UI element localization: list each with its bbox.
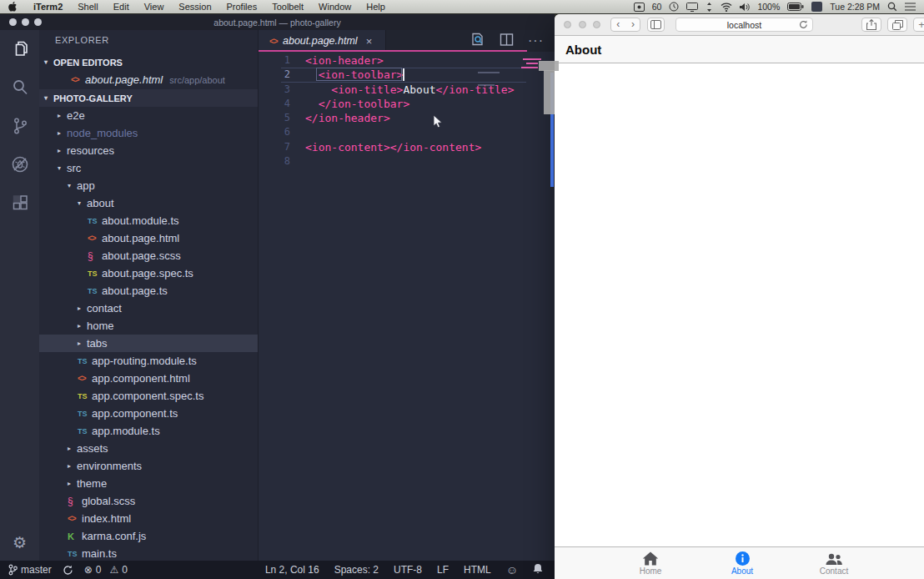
address-bar[interactable]: localhost: [675, 18, 814, 32]
minimap[interactable]: [501, 58, 548, 192]
open-editors-header[interactable]: ▾ OPEN EDITORS: [39, 53, 258, 71]
refresh-icon[interactable]: [799, 20, 808, 31]
desktop: iTerm2ShellEditViewSessionProfilesToolbe…: [0, 0, 924, 579]
tree-item-resources[interactable]: ▸resources: [39, 142, 258, 159]
tree-item-theme[interactable]: ▸theme: [39, 475, 258, 492]
menu-item-session[interactable]: Session: [171, 2, 218, 12]
menu-item-view[interactable]: View: [137, 2, 172, 12]
status-item-utf-8[interactable]: UTF-8: [394, 564, 422, 576]
tree-item-app.module.ts[interactable]: TSapp.module.ts: [39, 422, 258, 440]
debug-icon[interactable]: [0, 145, 39, 184]
status-item-spaces-2[interactable]: Spaces: 2: [334, 564, 379, 576]
tree-item-main.ts[interactable]: TSmain.ts: [39, 545, 258, 561]
tree-item-karma.conf.js[interactable]: Kkarma.conf.js: [39, 527, 258, 545]
menu-item-profiles[interactable]: Profiles: [219, 2, 265, 12]
tree-item-about[interactable]: ▾about: [39, 194, 258, 212]
zoom-window-button[interactable]: [593, 21, 600, 28]
close-window-button[interactable]: [564, 21, 571, 28]
tree-item-app-routing.module.ts[interactable]: TSapp-routing.module.ts: [39, 352, 258, 370]
clock-icon[interactable]: [669, 2, 679, 12]
notifications-bell-icon[interactable]: [533, 563, 543, 576]
split-editor-icon[interactable]: [500, 33, 514, 50]
project-section-header[interactable]: ▾ PHOTO-GALLERY: [39, 89, 258, 107]
apple-menu-icon[interactable]: [8, 2, 18, 12]
git-branch-indicator[interactable]: master: [8, 564, 52, 576]
browser-toolbar: ‹› localhost +: [555, 14, 924, 36]
screen-capture-icon[interactable]: [634, 3, 645, 12]
settings-gear-icon[interactable]: ⚙: [0, 533, 39, 552]
extensions-icon[interactable]: [0, 184, 39, 222]
tree-item-src[interactable]: ▾src: [39, 159, 258, 177]
tree-item-index.html[interactable]: <>index.html: [39, 510, 258, 527]
source-control-icon[interactable]: [0, 107, 39, 145]
code-text: </ion-header>: [305, 111, 390, 125]
updown-icon[interactable]: [706, 3, 713, 12]
chevron-right-icon: ▸: [68, 462, 77, 470]
tree-item-app.component.html[interactable]: <>app.component.html: [39, 370, 258, 387]
tree-item-environments[interactable]: ▸environments: [39, 457, 258, 475]
activity-bar: ⚙: [0, 30, 39, 561]
tab-overview-button[interactable]: [887, 18, 907, 32]
minimize-window-button[interactable]: [579, 21, 586, 28]
tree-item-app.component.ts[interactable]: TSapp.component.ts: [39, 405, 258, 422]
tree-item-tabs[interactable]: ▸tabs: [39, 335, 258, 352]
tree-item-node_modules[interactable]: ▸node_modules: [39, 124, 258, 142]
tab-about-page-html[interactable]: <> about.page.html ×: [259, 30, 386, 52]
vscode-title-bar[interactable]: about.page.html — photo-gallery: [0, 14, 555, 30]
ionic-tab-about[interactable]: About: [696, 547, 788, 579]
sidebar-toggle-button[interactable]: [647, 18, 664, 32]
tab-close-icon[interactable]: ×: [366, 35, 373, 48]
status-item-ln-2-col-16[interactable]: Ln 2, Col 16: [265, 564, 319, 576]
minimize-window-button[interactable]: [22, 18, 29, 26]
tree-item-app.component.spec.ts[interactable]: TSapp.component.spec.ts: [39, 387, 258, 405]
notification-center-icon[interactable]: [905, 3, 916, 11]
more-actions-icon[interactable]: ···: [528, 33, 544, 48]
wifi-icon[interactable]: [721, 3, 732, 12]
tree-item-about.page.scss[interactable]: §about.page.scss: [39, 247, 258, 264]
open-editor-item[interactable]: <> about.page.html src/app/about: [39, 71, 258, 88]
menu-item-toolbelt[interactable]: Toolbelt: [264, 2, 311, 12]
ionic-tab-home[interactable]: Home: [605, 547, 696, 579]
menu-item-window[interactable]: Window: [311, 2, 359, 12]
status-item-html[interactable]: HTML: [464, 564, 491, 576]
tree-item-app[interactable]: ▾app: [39, 177, 258, 194]
search-icon[interactable]: [0, 68, 39, 107]
input-source-icon[interactable]: [811, 2, 822, 12]
tree-item-contact[interactable]: ▸contact: [39, 300, 258, 317]
spotlight-icon[interactable]: [887, 2, 897, 12]
tree-item-e2e[interactable]: ▸e2e: [39, 107, 258, 124]
display-icon[interactable]: [686, 3, 698, 12]
vscode-window-controls[interactable]: [9, 18, 42, 26]
status-item-lf[interactable]: LF: [437, 564, 449, 576]
close-window-button[interactable]: [9, 18, 17, 26]
tree-item-assets[interactable]: ▸assets: [39, 440, 258, 457]
tree-item-global.scss[interactable]: §global.scss: [39, 492, 258, 510]
feedback-smiley-icon[interactable]: ☺: [506, 563, 518, 576]
open-preview-icon[interactable]: [470, 32, 485, 50]
tree-item-about.page.html[interactable]: <>about.page.html: [39, 229, 258, 247]
tree-item-about.page.ts[interactable]: TSabout.page.ts: [39, 282, 258, 300]
tree-item-home[interactable]: ▸home: [39, 317, 258, 335]
menu-item-help[interactable]: Help: [359, 2, 393, 12]
explorer-icon[interactable]: [0, 30, 39, 68]
share-button[interactable]: [861, 18, 881, 32]
volume-icon[interactable]: [740, 3, 750, 12]
new-tab-button[interactable]: +: [913, 18, 924, 32]
tree-item-about.module.ts[interactable]: TSabout.module.ts: [39, 212, 258, 229]
sync-indicator[interactable]: [63, 565, 73, 576]
problems-indicator[interactable]: ⊗ 0 ⚠ 0: [84, 564, 128, 576]
browser-window-controls[interactable]: [564, 21, 600, 28]
battery-icon[interactable]: [787, 3, 804, 11]
tree-item-about.page.spec.ts[interactable]: TSabout.page.spec.ts: [39, 264, 258, 282]
ts-spec-file-icon: TS: [88, 269, 102, 278]
back-button[interactable]: ‹: [611, 18, 625, 31]
menu-item-edit[interactable]: Edit: [106, 2, 137, 12]
forward-button[interactable]: ›: [626, 18, 640, 31]
menu-clock[interactable]: Tue 2:28 PM: [830, 2, 880, 12]
ionic-tab-contact[interactable]: Contact: [788, 547, 880, 579]
menu-item-shell[interactable]: Shell: [70, 2, 105, 12]
zoom-window-button[interactable]: [34, 18, 42, 26]
menu-item-iterm2[interactable]: iTerm2: [26, 2, 70, 12]
tree-item-label: about.page.html: [102, 232, 179, 244]
mouse-cursor: [433, 114, 444, 133]
